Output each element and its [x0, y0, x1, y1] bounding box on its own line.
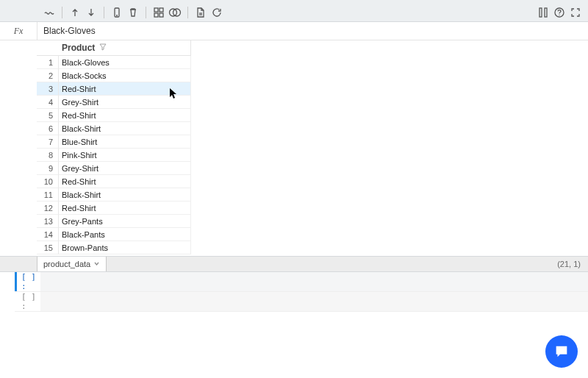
table-cell[interactable]: Red-Shirt — [59, 82, 191, 96]
table-cell[interactable]: Pink-Shirt — [59, 149, 191, 162]
arrow-down-icon[interactable] — [83, 4, 99, 21]
console: [ ] : [ ] : — [0, 272, 588, 312]
wave-icon[interactable] — [41, 4, 57, 21]
row-number[interactable]: 8 — [37, 149, 59, 162]
console-prompt: [ ] : — [21, 272, 40, 291]
row-number[interactable]: 3 — [37, 82, 59, 96]
row-number[interactable]: 4 — [37, 96, 59, 109]
svg-point-13 — [559, 15, 559, 15]
row-number[interactable]: 9 — [37, 162, 59, 175]
row-number[interactable]: 11 — [37, 188, 59, 202]
row-number[interactable]: 6 — [37, 122, 59, 135]
sheet-tab-bar: product_data (21, 1) — [0, 256, 588, 272]
sheet-tab-label: product_data — [43, 260, 90, 268]
row-number[interactable]: 13 — [37, 215, 59, 228]
row-number[interactable]: 15 — [37, 241, 59, 254]
table-cell[interactable]: Black-Pants — [59, 228, 191, 241]
table-cell[interactable]: Black-Shirt — [59, 122, 191, 135]
console-input[interactable] — [40, 292, 588, 311]
table-cell[interactable]: Grey-Pants — [59, 215, 191, 228]
console-row[interactable]: [ ] : — [15, 292, 588, 312]
svg-rect-3 — [159, 8, 163, 12]
table-cell[interactable]: Grey-Shirt — [59, 96, 191, 109]
row-number[interactable]: 10 — [37, 175, 59, 188]
chat-help-button[interactable] — [545, 335, 578, 368]
grid-icon[interactable] — [151, 4, 167, 21]
table-cell[interactable]: Red-Shirt — [59, 109, 191, 122]
svg-rect-5 — [159, 13, 163, 17]
table-cell[interactable]: Black-Socks — [59, 69, 191, 82]
column-header[interactable]: Product — [59, 40, 191, 56]
svg-rect-4 — [154, 13, 158, 17]
row-number[interactable]: 1 — [37, 56, 59, 69]
table-cell[interactable]: Grey-Shirt — [59, 162, 191, 175]
file-icon[interactable] — [193, 4, 209, 21]
row-number[interactable]: 2 — [37, 69, 59, 82]
table-cell[interactable]: Blue-Shirt — [59, 135, 191, 149]
table-cell[interactable]: Brown-Pants — [59, 241, 191, 254]
help-icon[interactable] — [551, 4, 567, 21]
console-row-active[interactable]: [ ] : — [15, 272, 588, 292]
phone-icon[interactable] — [109, 4, 125, 21]
svg-rect-11 — [545, 8, 547, 17]
console-prompt: [ ] : — [21, 292, 40, 311]
fx-label: Fx — [0, 22, 37, 40]
row-number[interactable]: 14 — [37, 228, 59, 241]
svg-rect-2 — [154, 8, 158, 12]
chevron-down-icon[interactable] — [93, 260, 100, 268]
row-number[interactable]: 5 — [37, 109, 59, 122]
trash-icon[interactable] — [125, 4, 141, 21]
refresh-icon[interactable] — [209, 4, 225, 21]
dimensions-label: (21, 1) — [557, 257, 581, 271]
toolbar — [0, 4, 588, 22]
table-cell[interactable]: Red-Shirt — [59, 175, 191, 188]
console-input[interactable] — [40, 272, 588, 291]
table-cell[interactable]: Black-Gloves — [59, 56, 191, 69]
data-grid[interactable]: 123456789101112131415 Product Black-Glov… — [0, 40, 588, 256]
row-number[interactable]: 12 — [37, 202, 59, 215]
row-number[interactable]: 7 — [37, 135, 59, 149]
column-header-label: Product — [62, 43, 95, 53]
sheet-tab[interactable]: product_data — [37, 257, 107, 271]
venn-icon[interactable] — [167, 4, 183, 21]
expand-icon[interactable] — [567, 4, 584, 21]
svg-rect-10 — [539, 8, 542, 17]
table-cell[interactable]: Black-Shirt — [59, 188, 191, 202]
table-cell[interactable]: Red-Shirt — [59, 202, 191, 215]
arrow-up-icon[interactable] — [67, 4, 83, 21]
formula-bar: Fx Black-Gloves — [0, 22, 588, 40]
formula-input[interactable]: Black-Gloves — [37, 26, 588, 36]
filter-icon[interactable] — [99, 43, 107, 53]
columns-icon[interactable] — [535, 4, 551, 21]
